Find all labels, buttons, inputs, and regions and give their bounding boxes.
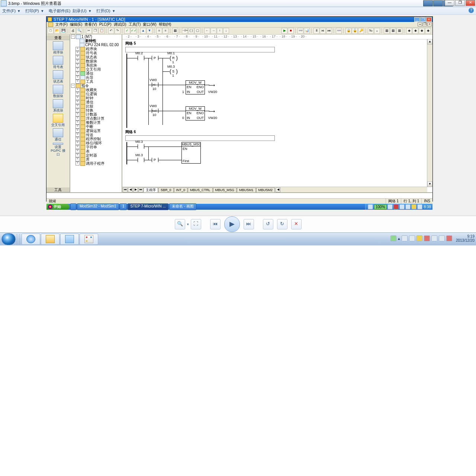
contact-p2[interactable]: P (152, 158, 158, 162)
nav-item[interactable]: 系统块 (50, 99, 66, 113)
tb-tool4-icon[interactable]: ◆ (425, 28, 431, 34)
contact-m02[interactable]: M0.2 (138, 56, 144, 60)
nav-item[interactable]: 符号表 (50, 56, 66, 69)
tab-nav-button[interactable]: ◀ (128, 187, 133, 192)
xp-start-button[interactable]: 开始 (46, 204, 70, 210)
xp-task-button[interactable]: STEP 7-Micro/WIN ... (128, 203, 168, 210)
tb-open-icon[interactable]: 📂 (54, 28, 60, 34)
tb-download-icon[interactable]: ▼ (147, 28, 152, 34)
tab-scroll-button[interactable]: ◀ (276, 187, 280, 192)
tb-grid3-icon[interactable]: ▦ (396, 28, 402, 34)
tray-network-icon[interactable] (409, 235, 415, 241)
s7-menu-edit[interactable]: 编辑(E) (70, 22, 82, 26)
s7-child-max[interactable]: ❐ (422, 22, 427, 26)
tb-preview-icon[interactable]: 🔍 (76, 28, 82, 34)
tray-battery-icon[interactable] (431, 235, 437, 241)
wpv-menu-file[interactable]: 文件(F) (2, 8, 16, 14)
nav-item[interactable]: 通信 (50, 128, 66, 142)
contact-m03[interactable]: M0.3 (138, 144, 144, 149)
tb-box-icon[interactable]: ▢ (194, 28, 200, 34)
xp-tray-icon[interactable] (417, 204, 422, 209)
wpv-hdr-btn-1[interactable] (423, 0, 433, 6)
xp-tray-icon[interactable] (393, 204, 399, 209)
ladder-vertical-scrollbar[interactable]: ▲ ▼ (427, 39, 432, 187)
tab-MBUSM2[interactable]: MBUSM2 (256, 187, 275, 192)
dropdown-icon[interactable]: ▾ (187, 222, 189, 226)
compare-lei[interactable]: VW0<=I10 (152, 109, 158, 113)
network-6-ladder[interactable]: M0.3 M0.3 P MBUS_MSG EN First (125, 142, 432, 164)
tb-glasses-icon[interactable]: 👓 (336, 28, 342, 34)
xp-tray-icon[interactable] (399, 204, 405, 209)
wpv-help-icon[interactable]: ? (469, 8, 474, 13)
s7-menu-plc[interactable]: PLC(P) (99, 22, 112, 26)
s7-maximize-button[interactable]: ❐ (420, 17, 426, 22)
tray-chevron-icon[interactable]: ▴ (398, 236, 400, 241)
tree-collapse-icon[interactable]: − (71, 35, 75, 39)
s7-menu-help[interactable]: 帮助(H) (159, 22, 171, 26)
taskbar-explorer-button[interactable] (41, 234, 60, 245)
tray-icon[interactable] (416, 235, 422, 241)
tab-MBUSM1[interactable]: MBUSM1 (237, 187, 256, 192)
tab-nav-button[interactable]: ⏮ (123, 187, 128, 192)
tb-stop-icon[interactable]: ■ (288, 28, 294, 34)
tab-MBUS_CTRL[interactable]: MBUS_CTRL (188, 187, 213, 192)
s7-output-window[interactable] (46, 192, 432, 198)
tray-volume-icon[interactable] (439, 235, 445, 241)
tb-undo-icon[interactable]: ↶ (108, 28, 114, 34)
s7-minimize-button[interactable]: _ (414, 17, 420, 22)
tb-new-icon[interactable]: □ (48, 28, 54, 34)
wpv-prev-button[interactable]: ⏮ (210, 219, 221, 229)
wpv-next-button[interactable]: ⏭ (244, 219, 254, 229)
xp-quicklaunch[interactable] (70, 203, 76, 210)
s7-tree-pane[interactable]: −1 (M7) 新特性CPU 224 REL 02.00+程序块+符号表+状态表… (70, 35, 122, 192)
tab-MBUS_MSG[interactable]: MBUS_MSG (213, 187, 237, 192)
wpv-menu-burn[interactable]: 刻录(U) (73, 8, 86, 14)
contact-m03b[interactable]: M0.3 (138, 158, 144, 162)
network-6-comment[interactable] (125, 135, 275, 141)
wpv-zoom-button[interactable]: 🔍 (175, 219, 185, 229)
tb-save-icon[interactable]: 💾 (60, 28, 66, 34)
nav-item[interactable]: 数据块 (50, 85, 66, 98)
tb-tool1-icon[interactable]: ◆ (406, 28, 412, 34)
tb-line-down-icon[interactable]: ↓ (223, 28, 229, 34)
tab-INT_0[interactable]: INT_0 (174, 187, 188, 192)
win7-start-button[interactable] (1, 233, 16, 245)
taskbar-photoviewer-button[interactable] (60, 234, 79, 245)
wpv-maximize-button[interactable]: ❐ (455, 0, 465, 6)
tb-print-icon[interactable]: 🖨 (70, 28, 76, 34)
wpv-menu-open[interactable]: 打开(O) (96, 8, 110, 14)
box-movw-1[interactable]: MOV_W EN ENO IN OUT 1 VW20 (186, 80, 205, 94)
scroll-up-icon[interactable]: ▲ (427, 39, 432, 45)
coil-r-m01[interactable]: M0.1R1 (170, 56, 178, 60)
coil-s-m03[interactable]: M0.3S1 (170, 69, 178, 74)
s7-child-close[interactable]: × (427, 22, 432, 26)
nav-item[interactable]: 状态表 (50, 70, 66, 84)
nav-item[interactable]: 设置 PG/PC 接口 (50, 143, 66, 156)
s7-ladder-editor[interactable]: · 2 ·· 3 ·· 4 ·· 5 ·· 6 ·· 7 ·· 8 ·· 9 ·… (122, 35, 432, 192)
nav-item[interactable]: 交叉引用 (50, 114, 66, 127)
tree-instr-item[interactable]: +调用子程序 (70, 161, 122, 165)
wpv-close-button[interactable]: ✕ (466, 0, 475, 6)
tree-item[interactable]: +工具 (70, 80, 122, 84)
tree-item[interactable]: 新特性 (70, 39, 122, 43)
compare-gti[interactable]: VW0>I10 (152, 83, 158, 87)
tb-paste-icon[interactable]: 📋 (99, 28, 104, 34)
tb-coil-icon[interactable]: ( ) (188, 28, 194, 34)
tray-icon[interactable] (390, 235, 396, 241)
tb-line-up-icon[interactable]: ↑ (217, 28, 223, 34)
xp-tray-icon[interactable] (411, 204, 416, 209)
tb-compile-all-icon[interactable]: ✓✓ (131, 28, 136, 34)
taskbar-paint-button[interactable] (80, 234, 98, 245)
network-5-ladder[interactable]: M0.2 P M0.1R1 M0.3S1 VW0>I10 MOV_W EN (125, 54, 432, 128)
xp-task-button[interactable]: 1 (120, 203, 127, 210)
tb-cut-icon[interactable]: ✂ (86, 28, 92, 34)
tb-run-icon[interactable]: ▶ (282, 28, 287, 34)
tb-status-icon[interactable]: 👓 (298, 28, 303, 34)
taskbar-ie-button[interactable] (22, 234, 40, 245)
tb-contact-icon[interactable]: ⊣⊢ (182, 28, 188, 34)
tb-key-icon[interactable]: 🔑 (358, 28, 364, 34)
tb-grid1-icon[interactable]: ▦ (384, 28, 390, 34)
box-mbus-msg[interactable]: MBUS_MSG EN First (181, 142, 201, 164)
wpv-hdr-btn-2[interactable] (433, 0, 443, 6)
xp-task-button[interactable]: ModSim32 - ModSim1 (77, 203, 119, 210)
